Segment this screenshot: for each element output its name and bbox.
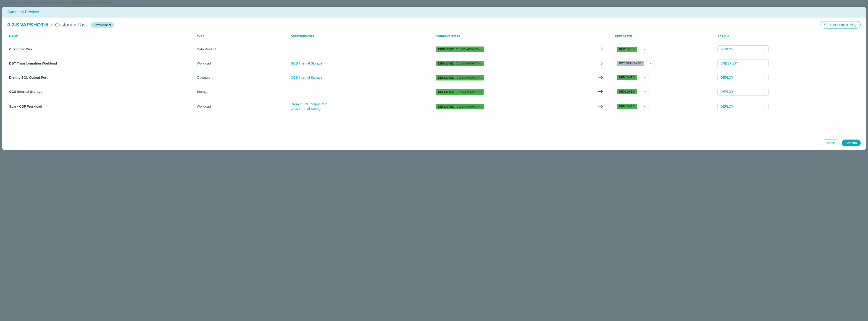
action-select[interactable]: UNDEPLOY [717,60,769,67]
chevron-down-icon[interactable] [764,74,769,81]
basic-provisioning-button[interactable]: Basic Provisioning [820,21,861,29]
breadcrumb-separator: / [67,1,68,5]
row-dependencies: GCS Internal Storage [289,56,434,70]
chevron-down-icon[interactable] [764,103,769,110]
row-type: Outputport [195,70,289,84]
new-state-pill: DEPLOYED [617,89,637,94]
table-row: Customer RiskData ProductDEPLOYED(0.2-SN… [7,42,861,56]
col-deps: DEPENDENCIES [289,32,434,42]
col-current: CURRENT STATE [434,32,588,42]
row-new-state: DEPLOYED [613,42,716,56]
state-pill: DEPLOYED(0.2-SNAPSHOT-4) [436,61,484,66]
breadcrumb-separator: / [95,1,95,5]
row-type: Data Product [195,42,289,56]
row-new-state: DEPLOYED [613,99,716,114]
chevron-down-icon[interactable] [764,60,769,67]
confirm-button[interactable]: Confirm [842,140,861,146]
row-name: GCS Internal Storage [7,84,195,99]
chevron-down-icon[interactable] [764,46,769,53]
row-action: DEPLOY [715,42,861,56]
breadcrumb-item[interactable]: Software Catalog [39,1,65,5]
row-name: Spark CDP Workload [7,99,195,114]
row-dependencies [289,84,434,99]
title-of: of [50,22,54,28]
row-action: DEPLOY [715,84,861,99]
row-type: Workload [195,56,289,70]
row-current-state: DEPLOYED(0.2-SNAPSHOT-4) [434,84,588,99]
row-dependencies: Dremio SQL Output PortGCS Internal Stora… [289,99,434,114]
chevron-down-icon[interactable] [642,89,647,94]
breadcrumb-separator: / [36,1,37,5]
cancel-button[interactable]: Cancel [822,140,839,146]
arrow-right-icon [588,84,613,99]
summary-panel: Summary Preview 0.2-SNAPSHOT-5 of Custom… [2,7,866,150]
action-label: DEPLOY [718,88,763,95]
table-row: DBT Transformation WorkloadWorkloadGCS I… [7,56,861,70]
row-action: DEPLOY [715,99,861,114]
chevron-down-icon[interactable] [642,75,647,80]
title-version: 0.2-SNAPSHOT-5 [7,22,48,28]
title-row: 0.2-SNAPSHOT-5 of Customer Risk Developm… [2,17,866,31]
action-select[interactable]: DEPLOY [717,103,769,110]
dependency-link[interactable]: GCS Internal Storage [291,61,432,66]
col-name: NAME [7,32,195,42]
state-pill: DEPLOYED(0.2-SNAPSHOT-4) [436,75,484,80]
new-state-select[interactable]: DEPLOYED [615,103,649,110]
dialog-footer: Cancel Confirm [2,114,866,150]
chevron-down-icon[interactable] [764,88,769,95]
page-title: 0.2-SNAPSHOT-5 of Customer Risk [7,22,88,28]
new-state-pill: NOT DEPLOYED [617,61,644,66]
arrow-right-icon [588,56,613,70]
action-label: DEPLOY [718,74,763,81]
arrow-right-icon [588,42,613,56]
separator [641,104,641,109]
chevron-down-icon[interactable] [642,104,647,109]
panel-header-title: Summary Preview [7,10,861,14]
environment-chip: Development [91,22,114,28]
separator [641,75,641,79]
row-new-state: NOT DEPLOYED [613,56,716,70]
row-name: DBT Transformation Workload [7,56,195,70]
row-current-state: DEPLOYED(0.2-SNAPSHOT-4) [434,70,588,84]
row-dependencies: GCS Internal Storage [289,70,434,84]
provisioning-table: NAME TYPE DEPENDENCIES CURRENT STATE NEW… [7,32,861,114]
basic-provisioning-label: Basic Provisioning [830,23,856,27]
breadcrumb-item[interactable]: Builder [24,1,35,5]
arrow-right-icon [588,70,613,84]
arrow-right-icon [588,99,613,114]
action-select[interactable]: DEPLOY [717,45,769,53]
chevron-down-icon[interactable] [648,61,653,66]
col-action: ACTION [715,32,861,42]
row-name: Customer Risk [7,42,195,56]
panel-header: Summary Preview [2,7,866,17]
action-select[interactable]: DEPLOY [717,74,769,81]
breadcrumb-item[interactable]: witboost [7,1,20,5]
chevron-down-icon[interactable] [642,47,647,52]
breadcrumb-item[interactable]: Releases [97,1,112,5]
table-row: Spark CDP WorkloadWorkloadDremio SQL Out… [7,99,861,114]
breadcrumb-separator: / [21,1,22,5]
breadcrumb-current: 0.2-SNAPSHOT-5 [116,1,144,5]
col-type: TYPE [195,32,289,42]
row-type: Workload [195,99,289,114]
dependency-link[interactable]: GCS Internal Storage [291,106,432,111]
arrow-left-icon [824,23,828,27]
new-state-select[interactable]: DEPLOYED [615,88,649,95]
row-current-state: DEPLOYED(0.2-SNAPSHOT-4) [434,42,588,56]
new-state-select[interactable]: DEPLOYED [615,46,649,53]
row-new-state: DEPLOYED [613,84,716,99]
new-state-pill: DEPLOYED [617,47,637,52]
state-pill: DEPLOYED(0.2-SNAPSHOT-4) [436,46,484,52]
breadcrumb-separator: / [113,1,114,5]
state-pill: DEPLOYED(0.2-SNAPSHOT-4) [436,89,484,95]
dependency-link[interactable]: GCS Internal Storage [291,75,432,80]
new-state-select[interactable]: NOT DEPLOYED [615,60,655,67]
row-type: Storage [195,84,289,99]
dependency-link[interactable]: Dremio SQL Output Port [291,102,432,106]
new-state-pill: DEPLOYED [617,75,637,80]
new-state-pill: DEPLOYED [617,104,637,109]
row-current-state: DEPLOYED(0.2-SNAPSHOT-4) [434,56,588,70]
action-select[interactable]: DEPLOY [717,88,769,96]
new-state-select[interactable]: DEPLOYED [615,74,649,81]
breadcrumb-item[interactable]: Customer Risk [70,1,92,5]
